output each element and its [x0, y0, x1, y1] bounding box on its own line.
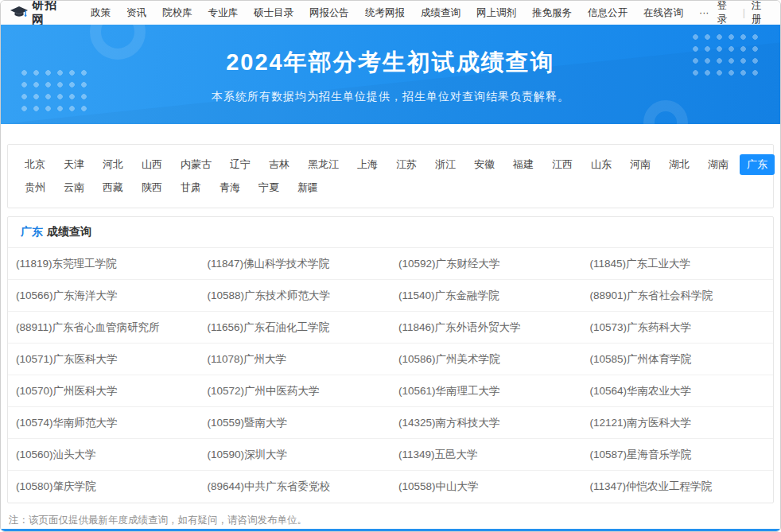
nav-item-1[interactable]: 资讯	[126, 6, 146, 20]
province-tab-湖南[interactable]: 湖南	[701, 154, 736, 175]
province-tab-陕西[interactable]: 陕西	[134, 177, 169, 198]
university-link-11078[interactable]: (11078)广州大学	[200, 344, 391, 375]
university-link-10559[interactable]: (10559)暨南大学	[200, 407, 391, 439]
dot-grid-decoration-right	[690, 31, 763, 80]
page-subtitle: 本系统所有数据均为招生单位提供，招生单位对查询结果负责解释。	[212, 90, 569, 104]
province-tab-贵州[interactable]: 贵州	[17, 177, 52, 198]
university-link-10587[interactable]: (10587)星海音乐学院	[582, 439, 774, 471]
nav-menu: 政策资讯院校库专业库硕士目录网报公告统考网报成绩查询网上调剂推免服务信息公开在线…	[83, 6, 717, 20]
nav-item-0[interactable]: 政策	[91, 6, 111, 20]
university-link-11347[interactable]: (11347)仲恺农业工程学院	[582, 471, 774, 503]
province-tab-内蒙古[interactable]: 内蒙古	[173, 154, 219, 175]
province-tab-福建[interactable]: 福建	[506, 154, 541, 175]
province-tab-江苏[interactable]: 江苏	[389, 154, 424, 175]
nav-item-4[interactable]: 硕士目录	[254, 6, 293, 20]
footer-note: 注：该页面仅提供最新年度成绩查询，如有疑问，请咨询发布单位。	[9, 514, 772, 527]
university-link-11845[interactable]: (11845)广东工业大学	[582, 248, 774, 280]
university-link-10585[interactable]: (10585)广州体育学院	[582, 344, 774, 375]
nav-item-7[interactable]: 成绩查询	[421, 6, 460, 20]
dot-grid-decoration-left	[18, 67, 91, 116]
university-link-10573[interactable]: (10573)广东药科大学	[582, 312, 774, 344]
nav-item-6[interactable]: 统考网报	[365, 6, 405, 20]
nav-item-5[interactable]: 网报公告	[309, 6, 349, 20]
university-link-88911[interactable]: (88911)广东省心血管病研究所	[8, 312, 200, 344]
university-link-12121[interactable]: (12121)南方医科大学	[582, 407, 774, 439]
province-tab-宁夏[interactable]: 宁夏	[251, 177, 286, 198]
nav-auth: 登录 | 注册	[717, 0, 771, 26]
nav-item-9[interactable]: 推免服务	[532, 6, 572, 20]
province-tab-山东[interactable]: 山东	[584, 154, 619, 175]
province-tab-黑龙江[interactable]: 黑龙江	[301, 154, 346, 175]
university-link-10570[interactable]: (10570)广州医科大学	[8, 375, 200, 407]
ring-decoration-top	[90, 25, 146, 60]
province-tab-吉林[interactable]: 吉林	[262, 154, 297, 175]
university-link-10588[interactable]: (10588)广东技术师范大学	[200, 280, 391, 312]
province-row-1: 贵州云南西藏陕西甘肃青海宁夏新疆	[17, 177, 764, 198]
nav-item-2[interactable]: 院校库	[162, 6, 192, 20]
university-link-10590[interactable]: (10590)深圳大学	[200, 439, 391, 471]
province-tab-河南[interactable]: 河南	[623, 154, 658, 175]
nav-more[interactable]: ···	[699, 7, 709, 18]
university-link-11540[interactable]: (11540)广东金融学院	[390, 280, 582, 312]
university-link-11846[interactable]: (11846)广东外语外贸大学	[390, 312, 582, 344]
page: 研招网 政策资讯院校库专业库硕士目录网报公告统考网报成绩查询网上调剂推免服务信息…	[0, 0, 781, 532]
university-link-10558[interactable]: (10558)中山大学	[390, 471, 582, 503]
university-grid: (11819)东莞理工学院(11847)佛山科学技术学院(10592)广东财经大…	[8, 248, 773, 503]
university-link-11819[interactable]: (11819)东莞理工学院	[8, 248, 200, 280]
province-tab-江西[interactable]: 江西	[545, 154, 580, 175]
university-link-10561[interactable]: (10561)华南理工大学	[390, 375, 582, 407]
page-title: 2024年部分考生初试成绩查询	[226, 47, 555, 79]
nav-item-11[interactable]: 在线咨询	[643, 6, 683, 20]
province-row-0: 北京天津河北山西内蒙古辽宁吉林黑龙江上海江苏浙江安徽福建江西山东河南湖北湖南广东…	[17, 154, 764, 175]
site-logo[interactable]: 研招网	[10, 0, 68, 28]
university-link-10580[interactable]: (10580)肇庆学院	[8, 471, 200, 503]
university-link-88901[interactable]: (88901)广东省社会科学院	[582, 280, 774, 312]
top-nav: 研招网 政策资讯院校库专业库硕士目录网报公告统考网报成绩查询网上调剂推免服务信息…	[1, 1, 780, 25]
logo-text: 研招网	[32, 0, 68, 28]
university-link-10572[interactable]: (10572)广州中医药大学	[200, 375, 391, 407]
province-selector: 北京天津河北山西内蒙古辽宁吉林黑龙江上海江苏浙江安徽福建江西山东河南湖北湖南广东…	[7, 144, 774, 208]
nav-item-8[interactable]: 网上调剂	[476, 6, 516, 20]
university-link-11847[interactable]: (11847)佛山科学技术学院	[200, 248, 391, 280]
university-link-10566[interactable]: (10566)广东海洋大学	[8, 280, 200, 312]
university-link-10560[interactable]: (10560)汕头大学	[8, 439, 200, 471]
province-tab-上海[interactable]: 上海	[350, 154, 385, 175]
university-link-11656[interactable]: (11656)广东石油化工学院	[200, 312, 391, 344]
province-tab-湖北[interactable]: 湖北	[662, 154, 697, 175]
login-link[interactable]: 登录	[717, 0, 736, 26]
register-link[interactable]: 注册	[752, 0, 771, 26]
province-tab-新疆[interactable]: 新疆	[290, 177, 325, 198]
province-tab-西藏[interactable]: 西藏	[95, 177, 130, 198]
university-link-10586[interactable]: (10586)广州美术学院	[390, 344, 582, 375]
nav-item-3[interactable]: 专业库	[208, 6, 239, 20]
province-tab-山西[interactable]: 山西	[134, 154, 169, 175]
province-tab-天津[interactable]: 天津	[56, 154, 91, 175]
selected-province-label: 广东	[21, 225, 43, 238]
university-link-10571[interactable]: (10571)广东医科大学	[8, 344, 200, 375]
graduation-cap-icon	[10, 6, 28, 19]
province-tab-青海[interactable]: 青海	[212, 177, 247, 198]
province-tab-辽宁[interactable]: 辽宁	[223, 154, 258, 175]
bottom-accent-bar	[1, 529, 780, 531]
university-link-89644[interactable]: (89644)中共广东省委党校	[200, 471, 391, 503]
university-link-14325[interactable]: (14325)南方科技大学	[390, 407, 582, 439]
university-link-10592[interactable]: (10592)广东财经大学	[390, 248, 582, 280]
province-tab-北京[interactable]: 北京	[17, 154, 52, 175]
province-tab-安徽[interactable]: 安徽	[467, 154, 502, 175]
nav-item-10[interactable]: 信息公开	[588, 6, 628, 20]
province-tab-甘肃[interactable]: 甘肃	[173, 177, 208, 198]
province-tab-浙江[interactable]: 浙江	[428, 154, 463, 175]
results-panel: 广东成绩查询 (11819)东莞理工学院(11847)佛山科学技术学院(1059…	[7, 216, 774, 503]
province-tab-河北[interactable]: 河北	[95, 154, 130, 175]
section-title: 成绩查询	[47, 225, 91, 238]
university-link-10574[interactable]: (10574)华南师范大学	[8, 407, 200, 439]
university-link-11349[interactable]: (11349)五邑大学	[390, 439, 582, 471]
results-header: 广东成绩查询	[8, 217, 773, 248]
province-tab-广东[interactable]: 广东	[740, 154, 775, 175]
university-link-10564[interactable]: (10564)华南农业大学	[582, 375, 774, 407]
province-tab-云南[interactable]: 云南	[56, 177, 91, 198]
banner: 2024年部分考生初试成绩查询 本系统所有数据均为招生单位提供，招生单位对查询结…	[1, 25, 780, 124]
auth-divider: |	[743, 7, 745, 18]
